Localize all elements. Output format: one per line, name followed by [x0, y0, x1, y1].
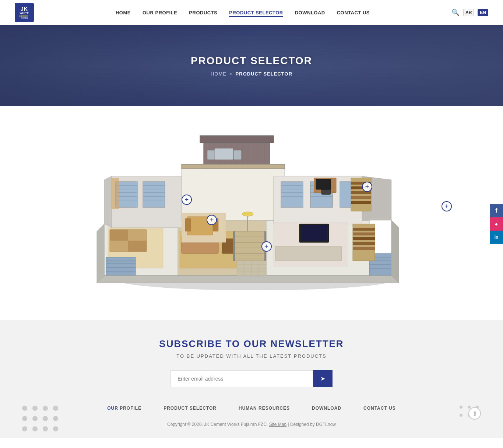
svg-rect-99 [353, 228, 375, 231]
breadcrumb: HOME > PRODUCT SELECTOR [211, 71, 292, 77]
linkedin-button[interactable]: in [490, 231, 503, 244]
footer-copyright: Copyright © 2020. JK Cement Works Fujair… [22, 422, 481, 427]
dot [53, 426, 58, 431]
newsletter-subtitle: TO BE UPDATED WITH ALL THE LATEST PRODUC… [0, 353, 503, 359]
chevron-up-icon: ⇧ [472, 410, 477, 417]
svg-rect-5 [182, 165, 285, 220]
nav-product-selector[interactable]: PRODUCT SELECTOR [229, 10, 283, 17]
svg-marker-84 [391, 220, 399, 283]
linkedin-icon: in [495, 235, 499, 240]
dot [43, 416, 48, 421]
nav-links: HOME OUR PROFILE PRODUCTS PRODUCT SELECT… [116, 9, 370, 16]
footer-nav-our-profile[interactable]: OUR PROFILE [107, 406, 141, 411]
dot [43, 426, 48, 431]
svg-rect-102 [353, 242, 375, 245]
instagram-icon: ● [495, 221, 498, 227]
social-sidebar: f ● in [490, 204, 503, 244]
logo-box: JK WHITE CEMENT WORKS [15, 3, 34, 22]
hero-title: PRODUCT SELECTOR [191, 55, 312, 67]
svg-rect-58 [185, 218, 191, 231]
dot [32, 426, 38, 431]
dot [32, 416, 38, 421]
svg-rect-91 [316, 179, 331, 189]
dot [32, 406, 38, 411]
newsletter-section: SUBSCRIBE TO OUR NEWSLETTER TO BE UPDATE… [0, 338, 503, 387]
svg-rect-25 [234, 150, 241, 160]
nav-products[interactable]: PRODUCTS [189, 10, 217, 15]
facebook-button[interactable]: f [490, 204, 503, 217]
nav-download[interactable]: DOWNLOAD [295, 10, 325, 15]
instagram-button[interactable]: ● [490, 217, 503, 231]
svg-rect-54 [110, 230, 128, 241]
svg-rect-24 [207, 150, 215, 160]
svg-rect-70 [301, 225, 327, 241]
navbar: JK WHITE CEMENT WORKS HOME OUR PROFILE P… [0, 0, 503, 25]
footer-nav-human-resources-text: HUMAN RESOURCES [239, 406, 290, 411]
svg-rect-23 [215, 148, 233, 160]
svg-rect-38 [281, 182, 303, 207]
newsletter-submit-button[interactable]: ➤ [313, 370, 333, 387]
dot [53, 406, 58, 411]
footer-nav-human-resources[interactable]: HUMAN RESOURCES [239, 406, 290, 411]
footer: SUBSCRIBE TO OUR NEWSLETTER TO BE UPDATE… [0, 320, 503, 438]
svg-rect-22 [182, 164, 285, 169]
footer-nav-product-selector-text: PRODUCT SELECTOR [163, 406, 217, 411]
search-button[interactable]: 🔍 [451, 8, 460, 17]
breadcrumb-current: PRODUCT SELECTOR [236, 71, 292, 77]
dot [22, 406, 27, 411]
svg-rect-96 [351, 196, 371, 199]
dot-sm [468, 406, 471, 409]
lang-ar-button[interactable]: AR [463, 9, 474, 16]
svg-point-105 [242, 212, 253, 216]
footer-bottom: OUR PROFILE PRODUCT SELECTOR HUMAN RESOU… [0, 406, 503, 427]
scroll-to-top-button[interactable]: ⇧ [468, 407, 481, 420]
email-input[interactable] [170, 370, 313, 387]
send-icon: ➤ [320, 375, 325, 382]
logo-works: WORKS [21, 17, 28, 19]
svg-marker-85 [97, 276, 399, 283]
svg-marker-86 [104, 176, 112, 228]
logo-jk: JK [21, 6, 28, 12]
svg-marker-83 [97, 224, 104, 283]
newsletter-form: ➤ [170, 370, 333, 387]
sitemap-link[interactable]: Site Map [269, 422, 286, 427]
logo[interactable]: JK WHITE CEMENT WORKS [15, 3, 34, 22]
svg-rect-103 [353, 247, 375, 250]
house-illustration [75, 121, 428, 298]
footer-nav-contact-us-text: CONTACT US [363, 406, 396, 411]
nav-our-profile[interactable]: OUR PROFILE [143, 10, 177, 15]
nav-contact-us[interactable]: CONTACT US [337, 10, 370, 15]
svg-rect-27 [143, 182, 165, 207]
dot [53, 416, 58, 421]
footer-nav-our-profile-text: OUR PROFILE [107, 406, 141, 411]
dot [22, 426, 27, 431]
plus-button-4[interactable]: + [362, 182, 372, 192]
svg-rect-71 [275, 246, 342, 261]
plus-button-2[interactable]: + [207, 215, 217, 225]
footer-nav-contact-us[interactable]: CONTACT US [363, 406, 396, 411]
main-content: + + + + + [0, 106, 503, 320]
nav-right: 🔍 AR EN [451, 8, 488, 17]
svg-rect-97 [351, 201, 371, 204]
dot [43, 406, 48, 411]
house-container: + + + + + [75, 121, 428, 298]
breadcrumb-home[interactable]: HOME [211, 71, 226, 77]
lang-en-button[interactable]: EN [478, 9, 488, 16]
newsletter-title: SUBSCRIBE TO OUR NEWSLETTER [0, 338, 503, 350]
svg-rect-101 [353, 237, 375, 240]
footer-nav-download[interactable]: DOWNLOAD [312, 406, 341, 411]
nav-home[interactable]: HOME [116, 10, 131, 15]
plus-button-5[interactable]: + [442, 201, 452, 211]
svg-rect-72 [106, 257, 136, 276]
plus-button-3[interactable]: + [261, 241, 272, 252]
plus-button-1[interactable]: + [182, 195, 192, 205]
dot [22, 416, 27, 421]
logo-cement: CEMENT [19, 14, 30, 17]
footer-nav-download-text: DOWNLOAD [312, 406, 341, 411]
svg-rect-66 [233, 231, 235, 261]
facebook-icon: f [495, 207, 497, 214]
svg-rect-88 [112, 178, 119, 209]
footer-nav-product-selector[interactable]: PRODUCT SELECTOR [163, 406, 217, 411]
dot-sm [460, 414, 462, 417]
logo-white: WHITE [20, 12, 29, 14]
